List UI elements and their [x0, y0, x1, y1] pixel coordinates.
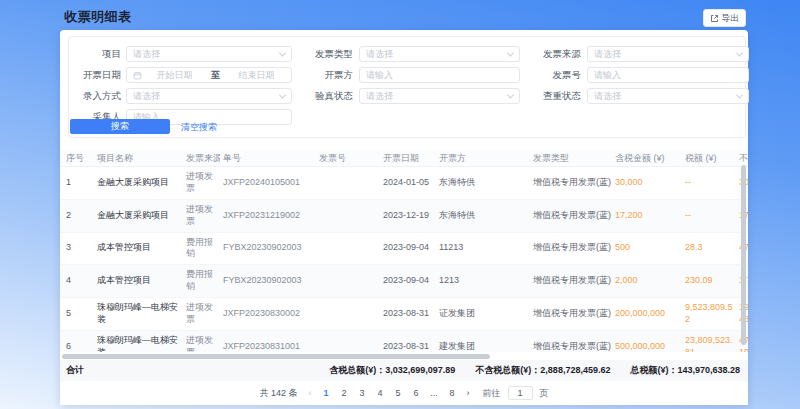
cell-issuer: 建发集团	[436, 337, 530, 352]
chevron-down-icon	[279, 91, 286, 98]
pagination-page-3[interactable]: 3	[357, 388, 368, 398]
cell-invoice_no	[316, 310, 380, 318]
column-header-invoice_date: 开票日期	[380, 152, 436, 165]
cell-amount_incl_tax: 200,000,000	[612, 304, 682, 324]
cell-invoice_source: 进项发票	[183, 167, 220, 199]
chevron-down-icon	[736, 49, 743, 56]
column-header-serial: 序号	[60, 152, 94, 165]
filter-label-project: 项目	[69, 46, 121, 62]
export-icon	[710, 14, 719, 23]
cell-invoice_date: 2023-09-04	[380, 238, 436, 258]
table-row[interactable]: 5珠穆朗玛峰—电梯安装进项发票JXFP202308300022023-08-31…	[60, 298, 748, 331]
cell-order_no: JXFP20230831001	[220, 337, 316, 352]
pagination-goto-input[interactable]	[508, 386, 533, 400]
cell-invoice_no	[316, 212, 380, 220]
summary-label: 合计	[60, 364, 84, 377]
cell-invoice_date: 2023-08-31	[380, 337, 436, 352]
cell-order_no: JXFP20230830002	[220, 304, 316, 324]
cell-invoice_source: 进项发票	[183, 331, 220, 352]
pagination-page-5[interactable]: 5	[393, 388, 404, 398]
invoice-table: 序号项目名称发票来源单号发票号开票日期开票方发票类型含税金额 (¥)税额 (¥)…	[60, 150, 748, 352]
summary-total-label: 不含税总额(¥)：	[475, 365, 540, 375]
cell-serial: 5	[60, 304, 94, 324]
cell-amount_incl_tax: 30,000	[612, 173, 682, 193]
select-dup-check-status[interactable]: 请选择	[587, 88, 749, 104]
summary-total-value: 2,888,728,459.62	[540, 365, 610, 375]
cell-order_no: JXFP20240105001	[220, 173, 316, 193]
filter-label-invoice-source: 发票来源	[525, 46, 581, 62]
content-card: 项目请选择 发票类型请选择 发票来源请选择 开票日期 开始日期 至 结束日期开票…	[60, 30, 748, 405]
cell-invoice_source: 进项发票	[183, 200, 220, 232]
summary-total-2: 总税额(¥)：143,970,638.28	[630, 364, 740, 377]
cell-amount_incl_tax: 500	[612, 238, 682, 258]
table-row[interactable]: 4成本管控项目费用报销FYBX202309020032023-09-041213…	[60, 265, 748, 298]
select-placeholder: 请选择	[133, 48, 276, 61]
cell-issuer: 东海特供	[436, 206, 530, 226]
pagination-goto-suffix: 页	[540, 387, 549, 400]
filter-label-verify-status: 验真状态	[301, 88, 353, 104]
cell-invoice_no	[316, 277, 380, 285]
daterange-invoice-date[interactable]: 开始日期 至 结束日期	[126, 67, 292, 83]
pagination-next-button[interactable]: ›	[465, 388, 472, 398]
select-verify-status[interactable]: 请选择	[359, 88, 520, 104]
filter-label-issuer: 开票方	[301, 67, 353, 83]
invoice-table-inner: 序号项目名称发票来源单号发票号开票日期开票方发票类型含税金额 (¥)税额 (¥)…	[60, 150, 748, 352]
chevron-down-icon	[279, 49, 286, 56]
cell-tax: 230.09	[682, 271, 736, 291]
summary-total-label: 总税额(¥)：	[630, 365, 677, 375]
input-issuer[interactable]: 请输入	[359, 67, 520, 83]
column-header-order_no: 单号	[220, 152, 316, 165]
select-project[interactable]: 请选择	[126, 46, 292, 62]
cell-tax: --	[682, 206, 736, 226]
pagination-goto-label: 前往	[483, 387, 501, 400]
pagination-page-1[interactable]: 1	[321, 388, 332, 398]
table-row[interactable]: 1金融大厦采购项目进项发票JXFP202401050012024-01-05东海…	[60, 167, 748, 200]
cell-serial: 3	[60, 238, 94, 258]
date-separator: 至	[207, 69, 224, 82]
cell-serial: 6	[60, 337, 94, 352]
cell-tax: 23,809,523.81	[682, 331, 736, 352]
filter-label-invoice-date: 开票日期	[69, 67, 121, 83]
cell-project_name: 珠穆朗玛峰—电梯安装	[94, 331, 183, 352]
horizontal-scrollbar[interactable]	[62, 354, 490, 359]
pagination-page-8[interactable]: 8	[447, 388, 458, 398]
select-invoice-type[interactable]: 请选择	[359, 46, 520, 62]
table-row[interactable]: 2金融大厦采购项目进项发票JXFP202312190022023-12-19东海…	[60, 200, 748, 233]
cell-order_no: FYBX20230902003	[220, 271, 316, 291]
pagination-prev-button[interactable]: ‹	[307, 388, 314, 398]
input-placeholder: 请输入	[366, 69, 513, 82]
page-title: 收票明细表	[64, 8, 132, 26]
summary-row: 合计 含税总额(¥)：3,032,699,097.89不含税总额(¥)：2,88…	[60, 360, 748, 381]
column-header-invoice_no: 发票号	[316, 152, 380, 165]
cell-tax: 28.3	[682, 238, 736, 258]
table-row[interactable]: 6珠穆朗玛峰—电梯安装进项发票JXFP202308310012023-08-31…	[60, 331, 748, 352]
column-header-project_name: 项目名称	[94, 152, 183, 165]
cell-amount_incl_tax: 17,200	[612, 206, 682, 226]
export-button[interactable]: 导出	[703, 9, 746, 27]
filter-label-entry-method: 录入方式	[69, 88, 121, 104]
clear-search-link[interactable]: 清空搜索	[181, 121, 217, 134]
summary-total-value: 143,970,638.28	[677, 365, 740, 375]
start-date-placeholder: 开始日期	[146, 69, 203, 82]
column-header-issuer: 开票方	[436, 152, 530, 165]
column-header-invoice_source: 发票来源	[183, 152, 220, 165]
search-button[interactable]: 搜索	[70, 119, 170, 134]
column-header-amount_incl_tax: 含税金额 (¥)	[612, 152, 682, 165]
select-invoice-source[interactable]: 请选择	[587, 46, 749, 62]
select-placeholder: 请选择	[366, 48, 504, 61]
pagination-pages: 123456...8	[321, 388, 458, 398]
table-row[interactable]: 3成本管控项目费用报销FYBX202309020032023-09-041121…	[60, 233, 748, 266]
select-entry-method[interactable]: 请选择	[126, 88, 292, 104]
vertical-scrollbar[interactable]	[741, 165, 746, 345]
pagination-page-2[interactable]: 2	[339, 388, 350, 398]
cell-issuer: 11213	[436, 238, 530, 258]
cell-tax: --	[682, 173, 736, 193]
cell-project_name: 金融大厦采购项目	[94, 206, 183, 226]
summary-total-value: 3,032,699,097.89	[385, 365, 455, 375]
cell-issuer: 证发集团	[436, 304, 530, 324]
cell-order_no: FYBX20230902003	[220, 238, 316, 258]
input-invoice-no[interactable]: 请输入	[587, 67, 749, 83]
pagination-page-4[interactable]: 4	[375, 388, 386, 398]
filter-label-dup-check-status: 查重状态	[525, 88, 581, 104]
pagination-page-6[interactable]: 6	[411, 388, 422, 398]
